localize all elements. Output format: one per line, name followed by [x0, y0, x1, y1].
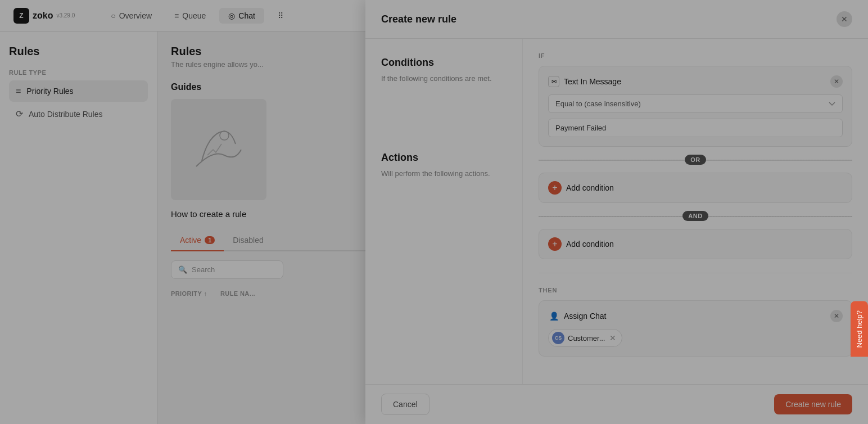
modal-overlay: [0, 0, 868, 424]
need-help-button[interactable]: Need help?: [851, 301, 868, 357]
